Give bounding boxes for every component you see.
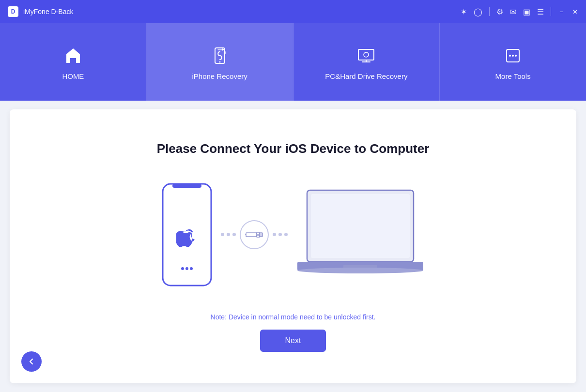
back-arrow-icon xyxy=(27,357,36,366)
back-button[interactable] xyxy=(21,351,42,372)
dot3 xyxy=(232,233,236,236)
share-icon[interactable]: ✶ xyxy=(461,7,467,16)
dot2 xyxy=(227,233,230,236)
svg-point-11 xyxy=(185,267,188,270)
pc-recovery-icon xyxy=(355,44,378,67)
svg-rect-14 xyxy=(257,232,260,234)
svg-rect-13 xyxy=(246,233,257,237)
usb-svg xyxy=(245,229,263,240)
svg-point-10 xyxy=(181,267,184,270)
nav-more-tools[interactable]: More Tools xyxy=(440,23,586,101)
user-icon[interactable]: ◯ xyxy=(474,7,482,16)
svg-rect-9 xyxy=(172,184,201,188)
connect-title: Please Connect Your iOS Device to Comput… xyxy=(157,141,430,156)
app-title: iMyFone D-Back xyxy=(23,8,73,15)
laptop-illustration xyxy=(293,181,428,289)
mail-icon[interactable]: ✉ xyxy=(510,7,516,16)
svg-point-22 xyxy=(297,268,423,273)
main-content: Please Connect Your iOS Device to Comput… xyxy=(10,109,576,383)
illustration xyxy=(158,181,428,289)
usb-circle xyxy=(240,220,269,249)
svg-point-5 xyxy=(509,55,511,57)
more-tools-icon xyxy=(501,44,524,67)
divider2 xyxy=(551,7,551,16)
nav-home[interactable]: HOME xyxy=(0,23,147,101)
svg-rect-15 xyxy=(257,235,260,237)
laptop-svg xyxy=(293,181,428,287)
dot5 xyxy=(278,233,282,236)
nav-pc-recovery-label: PC&Hard Drive Recovery xyxy=(325,72,407,80)
home-icon xyxy=(62,44,85,67)
svg-rect-2 xyxy=(358,49,374,60)
svg-point-7 xyxy=(515,55,517,57)
nav-pc-recovery[interactable]: PC&Hard Drive Recovery xyxy=(293,23,440,101)
titlebar-controls: ✶ ◯ ⚙ ✉ ▣ ☰ − ✕ xyxy=(461,7,578,16)
dot1 xyxy=(221,233,224,236)
nav-iphone-recovery-label: iPhone Recovery xyxy=(192,72,247,80)
settings-icon[interactable]: ⚙ xyxy=(496,7,503,16)
navbar: HOME iPhone Recovery PC&Hard Drive Recov xyxy=(0,23,586,101)
svg-rect-19 xyxy=(311,194,410,258)
svg-point-1 xyxy=(219,61,220,62)
menu-icon[interactable]: ☰ xyxy=(537,7,544,16)
right-dots xyxy=(273,233,288,236)
left-dots xyxy=(221,233,236,236)
dot4 xyxy=(273,233,276,236)
nav-more-tools-label: More Tools xyxy=(495,72,531,80)
dot6 xyxy=(284,233,288,236)
svg-point-6 xyxy=(512,55,514,57)
chat-icon[interactable]: ▣ xyxy=(523,7,530,16)
nav-home-label: HOME xyxy=(62,72,84,80)
next-button[interactable]: Next xyxy=(260,330,326,352)
nav-iphone-recovery[interactable]: iPhone Recovery xyxy=(147,23,293,101)
phone-illustration xyxy=(158,181,216,288)
iphone-recovery-icon xyxy=(208,44,231,67)
titlebar: D iMyFone D-Back ✶ ◯ ⚙ ✉ ▣ ☰ − ✕ xyxy=(0,0,586,23)
svg-point-3 xyxy=(364,52,369,57)
svg-rect-16 xyxy=(260,233,262,237)
note-text: Note: Device in normal mode need to be u… xyxy=(211,313,376,321)
svg-point-12 xyxy=(190,267,193,270)
app-logo: D xyxy=(8,6,18,17)
minimize-button[interactable]: − xyxy=(558,8,565,15)
close-button[interactable]: ✕ xyxy=(571,8,578,15)
titlebar-left: D iMyFone D-Back xyxy=(8,6,73,17)
connection-line xyxy=(221,220,288,249)
divider xyxy=(489,7,490,16)
phone-svg xyxy=(158,181,216,288)
